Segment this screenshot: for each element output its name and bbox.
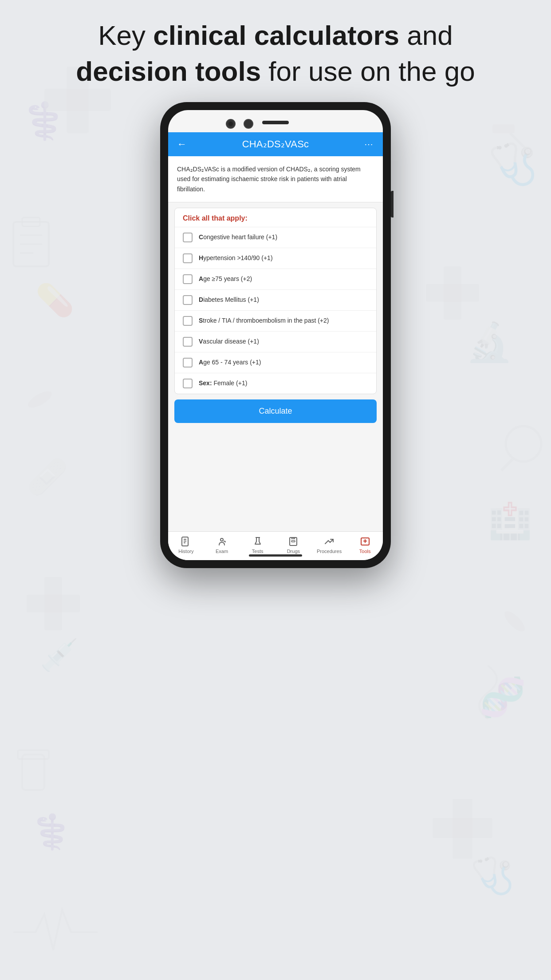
checkbox-row-hyp[interactable]: Hypertension >140/90 (+1) xyxy=(175,248,376,269)
svg-rect-15 xyxy=(27,595,80,612)
label-hyp: Hypertension >140/90 (+1) xyxy=(199,254,273,263)
svg-rect-11 xyxy=(44,89,111,111)
nav-label-drugs: Drugs xyxy=(287,549,300,554)
svg-point-25 xyxy=(506,426,541,462)
history-icon xyxy=(181,536,191,547)
checkbox-age65[interactable] xyxy=(183,358,193,368)
app-screen: ← CHA₂DS₂VASc ⋯ CHA₂DS₂VASc is a modifie… xyxy=(168,110,383,560)
app-header: ← CHA₂DS₂VASc ⋯ xyxy=(168,132,383,156)
camera-right xyxy=(244,119,253,129)
drugs-icon xyxy=(288,536,299,547)
speaker xyxy=(262,121,289,124)
nav-item-exam[interactable]: Exam xyxy=(204,536,240,554)
procedures-icon xyxy=(324,536,335,547)
home-indicator xyxy=(249,554,302,557)
nav-item-tools[interactable]: Tools xyxy=(347,536,383,554)
nav-label-tests: Tests xyxy=(252,549,264,554)
phone-frame: ← CHA₂DS₂VASc ⋯ CHA₂DS₂VASc is a modifie… xyxy=(160,102,391,568)
nav-label-history: History xyxy=(178,549,193,554)
svg-line-26 xyxy=(501,459,512,470)
label-age65: Age 65 - 74 years (+1) xyxy=(199,358,261,367)
checkbox-chf[interactable] xyxy=(183,233,193,242)
svg-rect-17 xyxy=(433,818,492,838)
calculator-form: Click all that apply: Congestive heart f… xyxy=(174,208,377,394)
checkbox-row-age65[interactable]: Age 65 - 74 years (+1) xyxy=(175,352,376,373)
label-sex: Sex: Female (+1) xyxy=(199,379,247,388)
checkbox-stroke[interactable] xyxy=(183,316,193,326)
camera-left xyxy=(226,119,236,129)
side-button xyxy=(391,191,394,217)
checkbox-hyp[interactable] xyxy=(183,253,193,263)
app-title: CHA₂DS₂VASc xyxy=(242,138,309,150)
svg-rect-24 xyxy=(492,124,515,133)
checkbox-age75[interactable] xyxy=(183,274,193,284)
description-section: CHA₂DS₂VASc is a modified version of CHA… xyxy=(168,156,383,202)
checkbox-dm[interactable] xyxy=(183,295,193,305)
svg-text:🔬: 🔬 xyxy=(466,320,513,365)
label-stroke: Stroke / TIA / thromboembolism in the pa… xyxy=(199,316,329,325)
svg-rect-41 xyxy=(291,541,295,542)
svg-point-28 xyxy=(501,608,527,634)
svg-text:⚕️: ⚕️ xyxy=(31,812,73,852)
checkbox-row-vasc[interactable]: Vascular disease (+1) xyxy=(175,331,376,352)
promo-header: Key clinical calculators and decision to… xyxy=(0,18,551,89)
svg-rect-13 xyxy=(426,284,479,302)
nav-item-procedures[interactable]: Procedures xyxy=(311,536,347,554)
svg-text:🩺: 🩺 xyxy=(488,140,538,188)
nav-item-drugs[interactable]: Drugs xyxy=(276,536,311,554)
nav-item-tests[interactable]: Tests xyxy=(240,536,276,554)
tools-icon xyxy=(360,536,370,547)
nav-label-tools: Tools xyxy=(359,549,371,554)
more-options-button[interactable]: ⋯ xyxy=(364,139,374,150)
nav-item-history[interactable]: History xyxy=(168,536,204,554)
back-button[interactable]: ← xyxy=(177,138,187,150)
svg-text:🩹: 🩹 xyxy=(27,457,68,497)
svg-text:💉: 💉 xyxy=(40,637,79,674)
svg-text:🏥: 🏥 xyxy=(488,499,532,541)
svg-point-27 xyxy=(26,388,54,411)
svg-text:🧬: 🧬 xyxy=(479,675,527,720)
checkbox-row-sex[interactable]: Sex: Female (+1) xyxy=(175,373,376,394)
label-chf: Congestive heart failure (+1) xyxy=(199,233,277,242)
svg-text:🩺: 🩺 xyxy=(470,854,515,897)
checkbox-row-dm[interactable]: Diabetes Mellitus (+1) xyxy=(175,289,376,310)
svg-point-35 xyxy=(220,538,223,541)
calculate-button[interactable]: Calculate xyxy=(174,399,377,423)
checkbox-vasc[interactable] xyxy=(183,337,193,347)
label-dm: Diabetes Mellitus (+1) xyxy=(199,296,259,304)
exam-icon xyxy=(216,536,227,547)
nav-label-procedures: Procedures xyxy=(317,549,342,554)
nav-label-exam: Exam xyxy=(216,549,228,554)
checkbox-row-age75[interactable]: Age ≥75 years (+2) xyxy=(175,269,376,289)
phone-screen: ← CHA₂DS₂VASc ⋯ CHA₂DS₂VASc is a modifie… xyxy=(168,110,383,560)
click-all-label: Click all that apply: xyxy=(175,208,376,227)
tests-icon xyxy=(252,536,263,547)
checkbox-row-chf[interactable]: Congestive heart failure (+1) xyxy=(175,227,376,248)
label-age75: Age ≥75 years (+2) xyxy=(199,275,252,284)
checkbox-sex[interactable] xyxy=(183,379,193,388)
label-vasc: Vascular disease (+1) xyxy=(199,337,259,346)
description-text: CHA₂DS₂VASc is a modified version of CHA… xyxy=(177,164,374,194)
checkbox-row-stroke[interactable]: Stroke / TIA / thromboembolism in the pa… xyxy=(175,310,376,331)
svg-text:💊: 💊 xyxy=(35,282,75,319)
